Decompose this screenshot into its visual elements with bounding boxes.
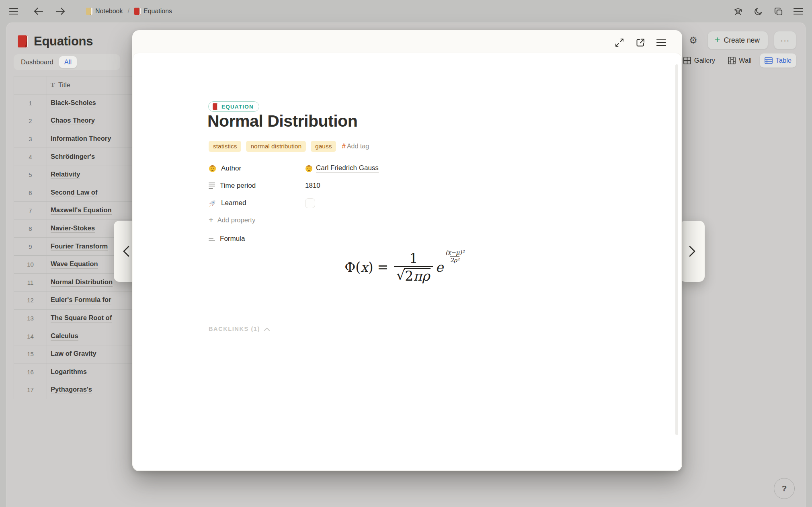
view-switcher: Gallery Wall Table — [679, 53, 796, 68]
header-actions: ⚙ + Create new ··· — [684, 31, 796, 49]
notebook-icon — [86, 8, 92, 15]
page-title: Equations — [18, 34, 93, 49]
windows-icon[interactable] — [770, 3, 786, 19]
tag-chip[interactable]: normal distribution — [246, 141, 306, 152]
list-icon — [209, 237, 215, 241]
gallery-icon — [683, 57, 691, 64]
breadcrumb-equations[interactable]: Equations — [134, 8, 172, 15]
row-title-link[interactable]: Euler's Formula for — [51, 296, 111, 304]
tags-row: statisticsnormal distributiongauss # Add… — [209, 141, 369, 152]
row-number: 16 — [14, 369, 47, 376]
tab-all[interactable]: All — [59, 56, 77, 68]
sidebar-toggle-icon[interactable] — [6, 3, 22, 19]
menu-icon[interactable] — [790, 3, 806, 19]
row-title-link[interactable]: Fourier Transform — [51, 242, 108, 251]
breadcrumb-notebook[interactable]: Notebook — [86, 8, 123, 15]
property-time-period: Time period 1810 — [209, 179, 570, 193]
row-number: 15 — [14, 351, 47, 357]
row-title-link[interactable]: Relativity — [51, 170, 80, 179]
exponent-fraction: (x−μ)² 2ρ² — [445, 249, 465, 263]
view-tabs: Dashboard All — [14, 54, 120, 70]
row-number: 17 — [14, 386, 47, 393]
create-new-button[interactable]: + Create new — [707, 31, 768, 49]
row-title-link[interactable]: Information Theory — [51, 135, 111, 143]
row-number: 3 — [14, 135, 47, 142]
formula-block: Φ(x) = 1 √2πρ e (x−μ)² 2ρ² — [209, 251, 601, 283]
align-lines-icon — [209, 183, 215, 189]
author-link[interactable]: Carl Friedrich Gauss — [316, 164, 379, 173]
rocket-emoji-icon — [209, 199, 216, 207]
text-type-icon: T — [51, 82, 55, 88]
next-object-button[interactable] — [680, 221, 705, 282]
person-emoji-icon — [305, 165, 313, 172]
row-title-link[interactable]: The Square Root of — [51, 314, 112, 322]
property-author: Author Carl Friedrich Gauss — [209, 162, 570, 175]
breadcrumb-label: Notebook — [95, 8, 123, 15]
view-table[interactable]: Table — [760, 53, 796, 68]
row-number: 8 — [14, 225, 47, 232]
topbar: Notebook / Equations — [0, 0, 812, 23]
table-icon — [765, 57, 773, 64]
object-title[interactable]: Normal Distribution — [207, 112, 357, 131]
back-button[interactable] — [31, 3, 47, 19]
row-title-link[interactable]: Second Law of — [51, 189, 97, 197]
red-book-icon — [18, 35, 28, 47]
help-button[interactable]: ? — [774, 478, 795, 499]
row-title-link[interactable]: Schrödinger's — [51, 153, 95, 161]
scrollbar[interactable] — [675, 64, 678, 435]
row-number: 2 — [14, 117, 47, 124]
plus-icon: + — [714, 35, 720, 45]
more-options-button[interactable]: ··· — [774, 31, 796, 49]
breadcrumb-separator: / — [127, 8, 131, 15]
row-number: 7 — [14, 207, 47, 214]
backlinks-toggle[interactable]: BACKLINKS (1) — [209, 326, 270, 332]
tutorial-icon[interactable] — [730, 3, 746, 19]
dark-mode-icon[interactable] — [750, 3, 766, 19]
forward-button[interactable] — [52, 3, 68, 19]
formula-display: Φ(x) = 1 √2πρ e (x−μ)² 2ρ² — [344, 251, 465, 283]
person-emoji-icon — [209, 165, 216, 172]
row-number: 12 — [14, 297, 47, 304]
row-title-link[interactable]: Wave Equation — [51, 260, 98, 269]
row-number: 11 — [14, 279, 47, 286]
row-number: 9 — [14, 243, 47, 250]
tab-dashboard[interactable]: Dashboard — [15, 56, 59, 68]
row-number: 5 — [14, 171, 47, 178]
row-number: 10 — [14, 261, 47, 268]
settings-gear-icon[interactable]: ⚙ — [684, 31, 702, 49]
row-number: 6 — [14, 189, 47, 196]
plus-icon: + — [209, 216, 213, 225]
red-book-icon — [213, 103, 218, 110]
row-title-link[interactable]: Maxwell's Equation — [51, 206, 112, 215]
open-as-page-icon[interactable] — [636, 38, 645, 47]
object-modal: EQUATION Normal Distribution statisticsn… — [132, 30, 682, 471]
row-title-link[interactable]: Law of Gravity — [51, 350, 96, 358]
modal-menu-icon[interactable] — [656, 39, 666, 46]
add-property-button[interactable]: + Add property — [209, 216, 570, 225]
tag-chip[interactable]: statistics — [209, 141, 241, 152]
property-learned: Learned — [209, 196, 570, 210]
hash-icon: # — [342, 142, 345, 150]
row-title-link[interactable]: Navier-Stokes — [51, 224, 95, 233]
chevron-right-icon — [689, 246, 696, 257]
row-number: 13 — [14, 315, 47, 322]
row-number: 1 — [14, 100, 47, 107]
object-card: EQUATION Normal Distribution statisticsn… — [133, 53, 682, 471]
row-title-link[interactable]: Calculus — [51, 332, 78, 341]
row-title-link[interactable]: Normal Distribution — [51, 278, 113, 287]
type-badge[interactable]: EQUATION — [208, 101, 259, 112]
row-number: 14 — [14, 333, 47, 340]
view-gallery[interactable]: Gallery — [679, 53, 720, 68]
formula-section-label: Formula — [209, 232, 570, 246]
tag-chip[interactable]: gauss — [311, 141, 336, 152]
page-title-text: Equations — [34, 34, 93, 49]
view-wall[interactable]: Wall — [723, 53, 756, 68]
row-title-link[interactable]: Pythagoras's — [51, 386, 92, 394]
expand-icon[interactable] — [615, 38, 624, 47]
row-title-link[interactable]: Chaos Theory — [51, 117, 95, 125]
learned-checkbox[interactable] — [305, 198, 315, 208]
add-tag-button[interactable]: # Add tag — [342, 142, 369, 150]
row-title-link[interactable]: Logarithms — [51, 368, 87, 376]
time-period-value[interactable]: 1810 — [305, 182, 320, 190]
row-title-link[interactable]: Black-Scholes — [51, 99, 96, 107]
